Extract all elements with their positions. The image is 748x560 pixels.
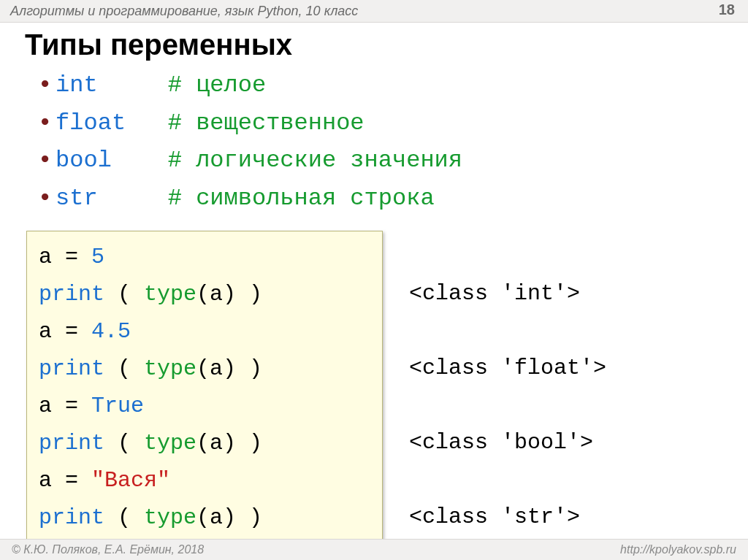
slide-title: Типы переменных [25, 28, 748, 61]
output-block: <class 'int'> <class 'float'> <class 'bo… [409, 238, 606, 536]
top-bar: Алгоритмы и программирование, язык Pytho… [0, 0, 748, 23]
output-float: <class 'float'> [409, 350, 606, 387]
type-row-str: • str # символьная строка [41, 179, 748, 217]
footer-url: http://kpolyakov.spb.ru [620, 540, 736, 560]
footer: © К.Ю. Поляков, Е.А. Ерёмин, 2018 http:/… [0, 539, 748, 560]
type-list: • int # целое • float # вещественное • b… [41, 66, 748, 216]
code-line: a = 5 [39, 239, 370, 276]
type-row-float: • float # вещественное [41, 104, 748, 142]
code-line: print ( type(a) ) [39, 425, 370, 462]
footer-copyright: © К.Ю. Поляков, Е.А. Ерёмин, 2018 [12, 543, 204, 556]
slide: Алгоритмы и программирование, язык Pytho… [0, 0, 748, 560]
code-line: print ( type(a) ) [39, 276, 370, 313]
type-row-bool: • bool # логические значения [41, 141, 748, 179]
output-str: <class 'str'> [409, 499, 606, 536]
output-int: <class 'int'> [409, 275, 606, 312]
code-line: a = "Вася" [39, 462, 370, 499]
type-row-int: • int # целое [41, 66, 748, 104]
code-line: print ( type(a) ) [39, 350, 370, 388]
code-block: a = 5 print ( type(a) ) a = 4.5 print ( … [26, 231, 383, 546]
code-line: a = 4.5 [39, 313, 370, 350]
page-number: 18 [719, 1, 735, 18]
breadcrumb: Алгоритмы и программирование, язык Pytho… [10, 4, 358, 18]
code-line: print ( type(a) ) [39, 499, 370, 537]
code-line: a = True [39, 388, 370, 425]
output-bool: <class 'bool'> [409, 424, 606, 461]
